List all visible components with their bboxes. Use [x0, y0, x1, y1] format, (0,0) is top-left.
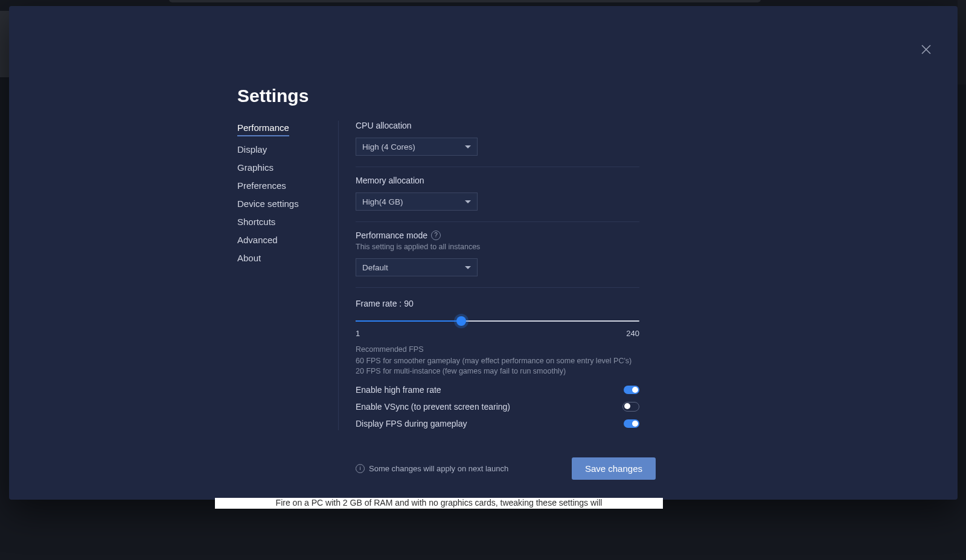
slider-max: 240 [626, 329, 639, 338]
sidebar-item-preferences[interactable]: Preferences [237, 180, 286, 191]
chevron-down-icon [465, 200, 471, 203]
performance-mode-select[interactable]: Default [356, 258, 478, 276]
background-address-bar [169, 0, 761, 2]
performance-mode-label: Performance mode [356, 231, 427, 240]
toggle-row-high-frame-rate: Enable high frame rate [356, 385, 639, 395]
slider-thumb[interactable] [456, 316, 466, 326]
cpu-allocation-label: CPU allocation [356, 121, 639, 130]
memory-allocation-select[interactable]: High(4 GB) [356, 192, 478, 211]
performance-mode-note: This setting is applied to all instances [356, 243, 639, 251]
help-icon[interactable]: ? [431, 231, 441, 240]
performance-mode-value: Default [362, 263, 388, 272]
divider [356, 287, 639, 288]
settings-modal: Settings Performance Display Graphics Pr… [9, 6, 958, 500]
footer-note: i Some changes will apply on next launch [356, 464, 508, 473]
settings-footer: i Some changes will apply on next launch… [356, 457, 656, 480]
sidebar-item-shortcuts[interactable]: Shortcuts [237, 217, 275, 227]
chevron-down-icon [465, 266, 471, 269]
cpu-allocation-select[interactable]: High (4 Cores) [356, 138, 478, 156]
info-icon: i [356, 464, 365, 473]
background-page-strip: Fire on a PC with 2 GB of RAM and with n… [215, 498, 663, 509]
cpu-allocation-value: High (4 Cores) [362, 142, 415, 151]
save-changes-button[interactable]: Save changes [572, 457, 656, 480]
close-button[interactable] [919, 42, 933, 57]
recommended-fps-title: Recommended FPS [356, 345, 639, 354]
memory-allocation-label: Memory allocation [356, 176, 639, 185]
sidebar-item-advanced[interactable]: Advanced [237, 235, 278, 245]
chevron-down-icon [465, 145, 471, 148]
background-left-strip [0, 11, 9, 77]
toggle-high-frame-rate[interactable] [624, 386, 639, 394]
page-title: Settings [237, 86, 309, 106]
settings-content: CPU allocation High (4 Cores) Memory all… [356, 121, 639, 480]
sidebar-item-performance[interactable]: Performance [237, 122, 289, 136]
divider [356, 221, 639, 222]
settings-sidebar: Performance Display Graphics Preferences… [237, 122, 328, 263]
toggle-display-fps[interactable] [624, 419, 639, 428]
close-icon [919, 42, 933, 57]
slider-range-labels: 1 240 [356, 329, 639, 338]
divider [356, 167, 639, 167]
toggle-row-vsync: Enable VSync (to prevent screen tearing) [356, 402, 639, 412]
sidebar-item-graphics[interactable]: Graphics [237, 162, 273, 173]
footer-note-text: Some changes will apply on next launch [369, 464, 508, 473]
recommended-fps-body: 60 FPS for smoother gameplay (may effect… [356, 356, 639, 377]
frame-rate-label: Frame rate : 90 [356, 299, 639, 308]
toggle-label-display-fps: Display FPS during gameplay [356, 419, 467, 428]
slider-fill [356, 320, 461, 322]
toggle-label-high-frame-rate: Enable high frame rate [356, 385, 441, 395]
sidebar-divider [338, 121, 339, 430]
sidebar-item-device-settings[interactable]: Device settings [237, 199, 299, 209]
background-right-strip [958, 0, 966, 84]
slider-min: 1 [356, 329, 360, 338]
frame-rate-slider[interactable] [356, 317, 639, 325]
toggle-row-display-fps: Display FPS during gameplay [356, 419, 639, 428]
toggle-label-vsync: Enable VSync (to prevent screen tearing) [356, 402, 510, 412]
memory-allocation-value: High(4 GB) [362, 197, 403, 206]
sidebar-item-display[interactable]: Display [237, 144, 267, 154]
sidebar-item-about[interactable]: About [237, 253, 261, 263]
toggle-vsync[interactable] [622, 402, 639, 412]
